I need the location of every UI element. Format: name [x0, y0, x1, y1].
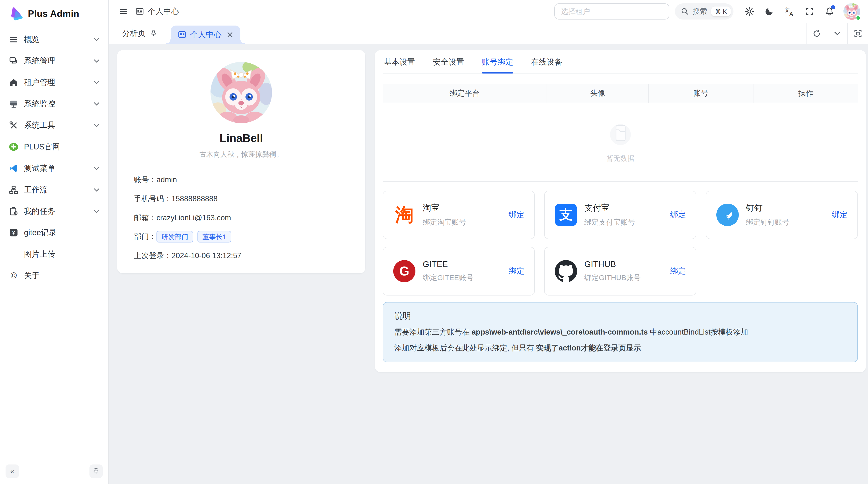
sidebar-item-plus-website[interactable]: PLUS官网	[5, 137, 104, 157]
svg-text:A: A	[789, 11, 793, 16]
settings-gear-icon[interactable]	[741, 4, 757, 19]
sidebar-item-about[interactable]: © 关于	[5, 266, 104, 286]
pin-icon[interactable]	[150, 30, 157, 37]
workflow-icon	[9, 185, 18, 194]
sidebar-item-workflow[interactable]: 工作流	[5, 180, 104, 200]
sidebar-item-label: 工作流	[24, 185, 47, 195]
close-icon[interactable]	[227, 32, 233, 38]
gitee-record-icon: ¥	[9, 228, 18, 237]
binding-table: 绑定平台 头像 账号 操作 暂无数据	[383, 84, 858, 182]
sidebar-item-label: 我的任务	[24, 206, 55, 217]
sidebar-item-test-menu[interactable]: 测试菜单	[5, 158, 104, 179]
column-header: 绑定平台	[383, 84, 547, 103]
notifications-bell-icon[interactable]	[822, 4, 837, 19]
binding-desc: 绑定支付宝账号	[585, 218, 635, 227]
note-title: 说明	[394, 311, 846, 322]
sidebar-item-label: PLUS官网	[24, 142, 60, 152]
field-label: 上次登录：	[134, 251, 172, 261]
binding-card-dingtalk: 钉钉 绑定钉钉账号 绑定	[706, 191, 858, 239]
profile-avatar	[211, 62, 272, 123]
profile-card: LinaBell 古木向人秋，惊蓬掠鬓稠。 账号： admin 手机号码： 15…	[117, 50, 366, 273]
tab-basic-settings[interactable]: 基本设置	[384, 50, 415, 73]
profile-field-email: 邮箱： crazyLionLi@163.com	[134, 208, 349, 227]
bind-link[interactable]: 绑定	[832, 209, 847, 220]
sidebar-item-system-tools[interactable]: 系统工具	[5, 116, 104, 135]
chevron-down-icon	[94, 102, 99, 105]
sidebar-item-label: 关于	[24, 270, 39, 281]
sidebar-item-image-upload[interactable]: 图片上传	[5, 244, 104, 264]
user-avatar[interactable]	[843, 3, 860, 20]
app-window: Plus Admin 概览 系统管理 租户管理 系统监控	[0, 0, 868, 484]
note-line-2: 添加对应模板后会在此处显示绑定, 但只有 实现了action才能在登录页显示	[394, 343, 846, 353]
sidebar-item-system-monitor[interactable]: 系统监控	[5, 94, 104, 114]
binding-cards: 淘 淘宝 绑定淘宝账号 绑定 支 支付宝 绑定支付宝账号 绑定	[383, 191, 858, 295]
breadcrumb-label: 个人中心	[148, 6, 179, 17]
sidebar-pin-button[interactable]	[89, 464, 103, 478]
sidebar-item-system-management[interactable]: 系统管理	[5, 51, 104, 71]
sidebar-collapse-button[interactable]: «	[5, 464, 19, 478]
refresh-icon[interactable]	[806, 23, 827, 44]
chevron-down-icon	[94, 124, 99, 127]
app-title: Plus Admin	[28, 8, 79, 19]
tab-profile-center-active[interactable]: 个人中心	[171, 26, 240, 43]
hamburger-menu-icon[interactable]	[116, 4, 131, 19]
binding-card-alipay: 支 支付宝 绑定支付宝账号 绑定	[544, 191, 696, 239]
online-status-dot	[856, 15, 861, 21]
language-translate-icon[interactable]: 文A	[781, 4, 797, 19]
sidebar: Plus Admin 概览 系统管理 租户管理 系统监控	[0, 0, 109, 484]
binding-name: GITEE	[423, 260, 473, 269]
dark-mode-moon-icon[interactable]	[762, 4, 777, 19]
binding-card-text: 淘宝 绑定淘宝账号	[423, 202, 466, 227]
monitors-icon	[9, 57, 18, 66]
sidebar-item-overview[interactable]: 概览	[5, 30, 104, 50]
chevron-down-icon[interactable]	[827, 23, 847, 44]
plus-globe-icon	[9, 143, 18, 151]
sidebar-item-label: gitee记录	[24, 228, 56, 238]
field-value: 2024-10-06 13:12:57	[172, 251, 241, 260]
chevron-down-icon	[94, 188, 99, 192]
tab-security-settings[interactable]: 安全设置	[433, 50, 464, 73]
tab-account-binding[interactable]: 账号绑定	[482, 50, 513, 73]
profile-card-icon	[135, 7, 144, 16]
maximize-content-icon[interactable]	[847, 23, 868, 44]
profile-name: LinaBell	[220, 132, 263, 144]
tab-online-devices[interactable]: 在线设备	[531, 50, 562, 73]
bind-link[interactable]: 绑定	[509, 209, 524, 220]
home-icon	[9, 78, 18, 87]
chevron-down-icon	[94, 38, 99, 41]
app-logo[interactable]: Plus Admin	[0, 0, 108, 27]
binding-card-text: GITEE 绑定GITEE账号	[423, 260, 473, 283]
tab-analysis[interactable]: 分析页	[109, 23, 164, 44]
binding-card-github: GITHUB 绑定GITHUB账号 绑定	[544, 247, 696, 295]
chevron-down-icon	[94, 210, 99, 213]
note-text: 需要添加第三方账号在	[394, 328, 472, 336]
binding-card-text: GITHUB 绑定GITHUB账号	[585, 260, 641, 283]
sidebar-item-label: 系统工具	[24, 120, 55, 131]
profile-fields: 账号： admin 手机号码： 15888888888 邮箱： crazyLio…	[117, 170, 366, 265]
sidebar-item-my-tasks[interactable]: 我的任务	[5, 201, 104, 221]
search-label: 搜索	[693, 6, 707, 17]
column-header: 账号	[649, 84, 753, 103]
settings-tabs: 基本设置 安全设置 账号绑定 在线设备	[383, 50, 858, 73]
sidebar-item-tenant-management[interactable]: 租户管理	[5, 72, 104, 93]
menu-lines-icon	[9, 35, 18, 44]
bind-link[interactable]: 绑定	[670, 209, 686, 220]
chevron-down-icon	[94, 81, 99, 84]
fullscreen-icon[interactable]	[802, 4, 817, 19]
column-header: 操作	[753, 84, 858, 103]
bind-link[interactable]: 绑定	[509, 266, 524, 277]
taobao-icon: 淘	[393, 204, 416, 226]
page-tabbar: 分析页 个人中心	[109, 23, 868, 44]
vscode-icon	[9, 164, 18, 173]
global-search-button[interactable]: 搜索 ⌘ K	[675, 3, 734, 20]
breadcrumb[interactable]: 个人中心	[135, 6, 179, 17]
tenant-select-input[interactable]	[554, 3, 669, 20]
note-text: 中accountBindList按模板添加	[648, 328, 748, 336]
instructions-note: 说明 需要添加第三方账号在 apps\web-antd\src\views\_c…	[383, 302, 858, 362]
search-shortcut-kbd: ⌘ K	[711, 6, 731, 17]
bind-link[interactable]: 绑定	[670, 266, 686, 277]
binding-name: 钉钉	[746, 202, 789, 214]
sidebar-item-label: 概览	[24, 34, 39, 45]
sidebar-item-gitee-record[interactable]: ¥ gitee记录	[5, 223, 104, 243]
page-content: LinaBell 古木向人秋，惊蓬掠鬓稠。 账号： admin 手机号码： 15…	[109, 44, 868, 484]
